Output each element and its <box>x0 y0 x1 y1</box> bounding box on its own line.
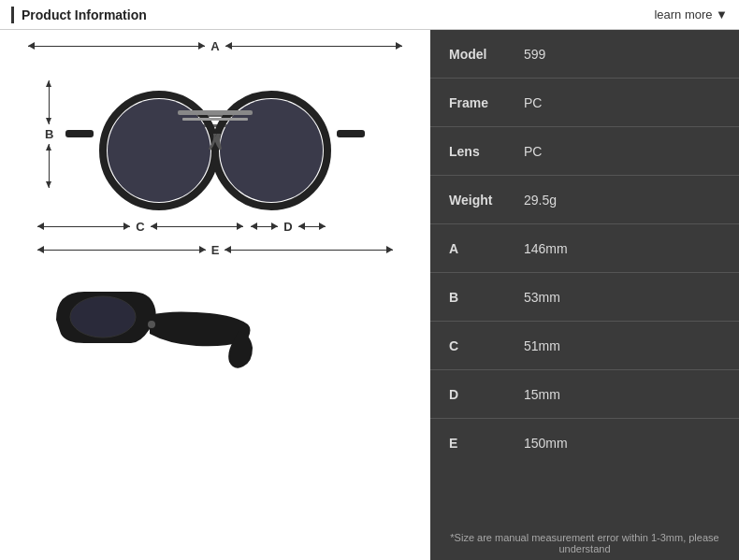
spec-value: 150mm <box>524 436 568 451</box>
spec-key: D <box>449 387 524 402</box>
header-bar-decoration <box>11 7 14 23</box>
main-content: A B <box>0 30 739 560</box>
spec-key: A <box>449 241 524 256</box>
spec-row-c: C51mm <box>430 322 739 370</box>
dimension-c-label: C <box>130 220 150 234</box>
arrow-e-line <box>37 250 206 251</box>
spec-key: Lens <box>449 144 524 159</box>
spec-row-d: D15mm <box>430 370 739 419</box>
spec-row-e: E150mm <box>430 419 739 467</box>
dimension-e-label: E <box>206 243 225 257</box>
spec-value: PC <box>524 144 542 159</box>
spec-row-b: B53mm <box>430 273 739 322</box>
arrow-a-line-right <box>225 46 402 47</box>
spec-table: Model599FramePCLensPCWeight29.5gA146mmB5… <box>430 30 739 526</box>
spec-key: Weight <box>449 193 524 208</box>
arrow-a-line <box>28 46 205 47</box>
dim-b-line <box>49 80 50 124</box>
arrow-e-line-right <box>225 250 393 251</box>
measurement-note: *Size are manual measurement error withi… <box>430 526 739 560</box>
glasses-side-view <box>47 268 262 409</box>
spec-value: 53mm <box>524 290 560 305</box>
glasses-svg <box>37 57 393 216</box>
svg-point-11 <box>70 296 136 337</box>
dim-b-line2 <box>49 144 50 188</box>
spec-value: 15mm <box>524 387 560 402</box>
spec-key: Model <box>449 47 524 62</box>
left-panel: A B <box>0 30 430 560</box>
spec-row-a: A146mm <box>430 224 739 273</box>
spec-key: Frame <box>449 95 524 110</box>
spec-row-frame: FramePC <box>430 79 739 127</box>
svg-rect-1 <box>337 130 365 137</box>
svg-rect-0 <box>65 130 94 137</box>
learn-more-button[interactable]: learn more ▼ <box>654 7 728 22</box>
spec-key: C <box>449 338 524 353</box>
header-left: Product Information <box>11 7 147 23</box>
spec-row-model: Model599 <box>430 30 739 79</box>
spec-value: PC <box>524 95 542 110</box>
spec-value: 51mm <box>524 338 560 353</box>
dimension-b-label: B <box>45 124 53 144</box>
page-header: Product Information learn more ▼ <box>0 0 739 30</box>
svg-point-10 <box>148 321 155 328</box>
dimension-a-label: A <box>205 39 225 53</box>
dimension-c-container: C <box>37 220 243 234</box>
page-title: Product Information <box>22 7 147 22</box>
dimension-d-label: D <box>278 220 297 234</box>
spec-key: B <box>449 290 524 305</box>
spec-value: 146mm <box>524 241 568 256</box>
spec-key: E <box>449 436 524 451</box>
dimension-a-arrow: A <box>28 39 402 53</box>
dimension-d-container: D <box>251 220 326 234</box>
spec-value: 599 <box>524 47 545 62</box>
spec-row-weight: Weight29.5g <box>430 176 739 224</box>
arrow-d-line <box>251 226 278 227</box>
spec-row-lens: LensPC <box>430 127 739 176</box>
arrow-d-line-right <box>298 226 326 227</box>
side-view-svg <box>47 268 262 409</box>
svg-rect-8 <box>178 110 253 115</box>
dimensions-cd-arrows: C D <box>37 220 393 234</box>
right-panel: Model599FramePCLensPCWeight29.5gA146mmB5… <box>430 30 739 560</box>
svg-rect-9 <box>182 118 248 121</box>
spec-value: 29.5g <box>524 193 557 208</box>
glasses-top-view: B <box>37 57 393 216</box>
dimension-b-arrow: B <box>45 80 53 188</box>
dimension-e-arrow: E <box>37 243 393 257</box>
arrow-c-line <box>37 226 130 227</box>
arrow-c-line-right <box>151 226 243 227</box>
